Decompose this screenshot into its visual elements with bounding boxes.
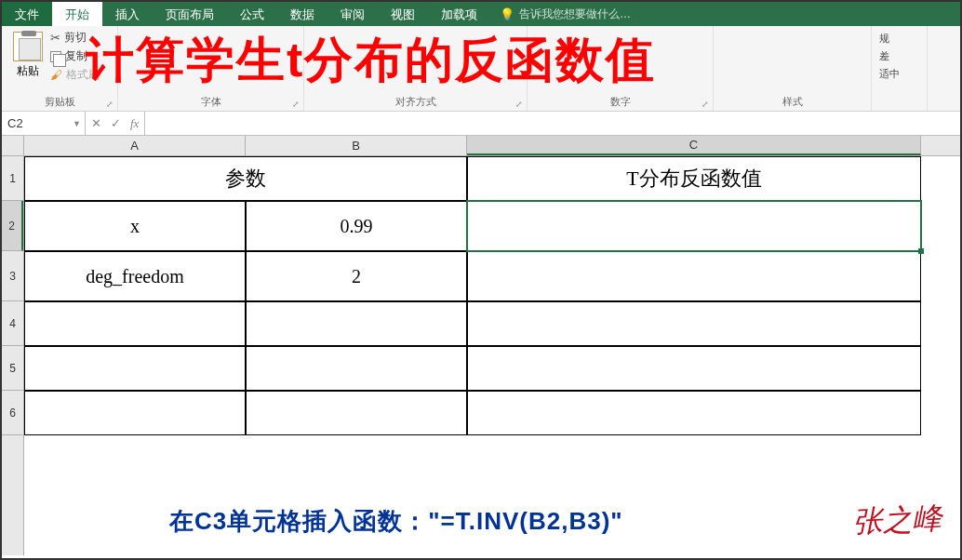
brush-icon: 🖌: [50, 68, 62, 82]
row-header-1[interactable]: 1: [2, 156, 23, 201]
cell-C5[interactable]: [467, 346, 921, 391]
cancel-formula-button[interactable]: ✕: [91, 116, 101, 130]
ribbon-group-clipboard: 粘贴 ✂ 剪切 复制 🖌 格式刷 剪贴板 ⤢: [2, 26, 118, 111]
ribbon-group-extra: 规 差 适中: [872, 26, 928, 111]
paste-button[interactable]: 粘贴: [9, 30, 47, 79]
row-header-6[interactable]: 6: [2, 391, 23, 435]
tab-view[interactable]: 视图: [378, 2, 428, 26]
number-group-label: 数字: [528, 95, 713, 109]
ribbon-group-number: 数字 ⤢: [528, 26, 714, 111]
tab-data[interactable]: 数据: [277, 2, 327, 26]
number-launcher[interactable]: ⤢: [701, 100, 709, 109]
tab-formulas[interactable]: 公式: [227, 2, 277, 26]
format-painter-button[interactable]: 🖌 格式刷: [50, 67, 100, 83]
copy-button[interactable]: 复制: [50, 48, 100, 64]
column-header-C[interactable]: C: [467, 136, 921, 155]
alignment-launcher[interactable]: ⤢: [515, 100, 523, 109]
name-box[interactable]: C2 ▼: [2, 112, 86, 135]
alignment-group-label: 对齐方式: [304, 95, 527, 109]
tab-spacer: [640, 2, 960, 26]
chevron-down-icon: ▼: [73, 119, 81, 128]
cell-C1[interactable]: T分布反函数值: [467, 156, 921, 201]
cell-B2[interactable]: 0.99: [246, 201, 467, 251]
cell-B3[interactable]: 2: [246, 251, 467, 301]
font-group-label: 字体: [118, 95, 303, 109]
cell-A6[interactable]: [24, 391, 246, 435]
paste-icon: [13, 32, 43, 61]
ribbon-tabs: 文件 开始 插入 页面布局 公式 数据 审阅 视图 加载项 💡 告诉我您想要做什…: [2, 2, 960, 26]
tab-page-layout[interactable]: 页面布局: [153, 2, 227, 26]
cell-B5[interactable]: [246, 346, 467, 391]
formula-bar: C2 ▼ ✕ ✓ fx: [2, 112, 960, 136]
cell-C2[interactable]: [467, 201, 921, 251]
insert-function-button[interactable]: fx: [130, 116, 139, 131]
tell-me-placeholder: 告诉我您想要做什么…: [519, 7, 631, 22]
spreadsheet-grid: 123456 ABC T分布反函数值x0.99deg_freedom2参数: [2, 136, 960, 555]
select-all-corner[interactable]: [2, 136, 23, 156]
row-header-4[interactable]: 4: [2, 301, 23, 346]
cell-A5[interactable]: [24, 346, 246, 391]
ribbon-group-styles: 样式: [714, 26, 872, 111]
tab-addins[interactable]: 加载项: [428, 2, 490, 26]
cell-A2[interactable]: x: [24, 201, 246, 251]
name-box-value: C2: [7, 116, 23, 130]
row-header-5[interactable]: 5: [2, 346, 23, 391]
cell-A4[interactable]: [24, 301, 246, 346]
tell-me-search[interactable]: 💡 告诉我您想要做什么…: [490, 2, 640, 26]
cell-A1[interactable]: 参数: [24, 156, 467, 201]
cut-button[interactable]: ✂ 剪切: [50, 30, 100, 46]
ribbon: 粘贴 ✂ 剪切 复制 🖌 格式刷 剪贴板 ⤢ 字体 ⤢ 对齐方式 ⤢ 数字 ⤢: [2, 26, 960, 112]
clipboard-group-label: 剪贴板: [2, 95, 117, 109]
tab-review[interactable]: 审阅: [327, 2, 378, 26]
copy-icon: [50, 51, 61, 62]
accept-formula-button[interactable]: ✓: [111, 116, 121, 130]
tab-home[interactable]: 开始: [52, 2, 102, 26]
formula-input[interactable]: [145, 112, 960, 135]
tab-file[interactable]: 文件: [2, 2, 52, 26]
row-header-3[interactable]: 3: [2, 251, 23, 301]
styles-group-label: 样式: [714, 95, 871, 109]
cell-B4[interactable]: [246, 301, 467, 346]
clipboard-launcher[interactable]: ⤢: [106, 100, 114, 109]
row-header-2[interactable]: 2: [2, 201, 23, 251]
cell-B6[interactable]: [246, 391, 467, 435]
cell-C4[interactable]: [467, 301, 921, 346]
ribbon-group-font: 字体 ⤢: [118, 26, 304, 111]
cell-C6[interactable]: [467, 391, 921, 435]
cell-A3[interactable]: deg_freedom: [24, 251, 246, 301]
fill-handle[interactable]: [918, 248, 924, 254]
cell-C3[interactable]: [467, 251, 921, 301]
extra-item-3[interactable]: 适中: [879, 67, 919, 81]
ribbon-group-alignment: 对齐方式 ⤢: [304, 26, 528, 111]
column-header-A[interactable]: A: [24, 136, 246, 155]
bulb-icon: 💡: [500, 7, 514, 21]
extra-item-1[interactable]: 规: [879, 32, 919, 46]
font-launcher[interactable]: ⤢: [292, 100, 300, 109]
scissors-icon: ✂: [50, 31, 60, 45]
extra-item-2[interactable]: 差: [879, 49, 919, 63]
tab-insert[interactable]: 插入: [102, 2, 153, 26]
column-header-B[interactable]: B: [246, 136, 467, 155]
